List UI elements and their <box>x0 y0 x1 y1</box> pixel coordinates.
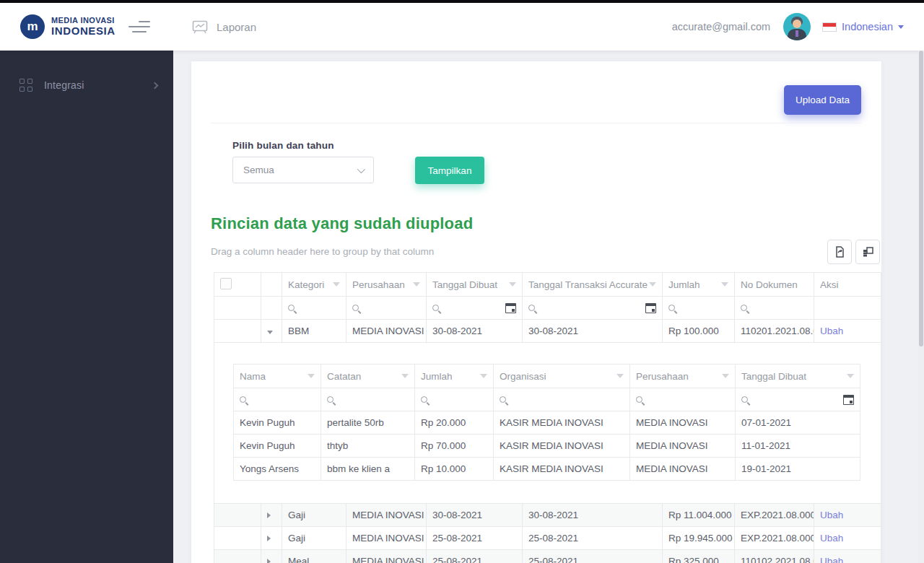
detail-table-row[interactable]: Kevin Puguh thtyb Rp 70.000 KASIR MEDIA … <box>234 435 860 458</box>
filter-kategori[interactable] <box>282 297 346 320</box>
language-selector[interactable]: Indonesian <box>842 21 893 32</box>
detail-header-row: Nama Catatan Jumlah Organisasi Perusahaa… <box>234 365 860 388</box>
search-icon[interactable] <box>421 396 427 403</box>
filter-tanggal-dibuat[interactable] <box>736 388 860 411</box>
col-jumlah[interactable]: Jumlah <box>415 365 494 388</box>
sidebar-item-integrasi[interactable]: Integrasi <box>0 69 173 101</box>
brand-line2: INDONESIA <box>51 25 116 37</box>
search-icon[interactable] <box>636 396 642 403</box>
col-jumlah[interactable]: Jumlah <box>663 273 735 297</box>
header-filter-icon[interactable] <box>649 282 656 287</box>
main-content: Upload Data Pilih bulan dan tahun Semua … <box>173 51 924 563</box>
col-nama[interactable]: Nama <box>234 365 321 388</box>
expand-icon[interactable] <box>267 559 271 563</box>
filter-jumlah[interactable] <box>663 297 735 320</box>
search-icon[interactable] <box>240 396 246 403</box>
expand-row-cell[interactable] <box>261 527 282 550</box>
col-tanggal-dibuat[interactable]: Tanggal Dibuat <box>427 273 523 297</box>
select-all-checkbox[interactable] <box>220 278 232 289</box>
grid-icon <box>19 79 32 92</box>
expand-icon[interactable] <box>267 536 271 541</box>
header-filter-icon[interactable] <box>509 282 516 287</box>
expand-row-cell[interactable] <box>261 550 282 563</box>
detail-table-row[interactable]: Kevin Puguh pertalite 50rb Rp 20.000 KAS… <box>234 411 860 435</box>
calendar-icon[interactable] <box>843 395 854 405</box>
expand-row-cell[interactable] <box>261 504 282 527</box>
header-right: accurate@gmail.com Indonesian <box>672 13 924 40</box>
col-perusahaan[interactable]: Perusahaan <box>630 365 736 388</box>
detail-row: Nama Catatan Jumlah Organisasi Perusahaa… <box>214 343 881 504</box>
search-icon[interactable] <box>741 305 747 311</box>
header-filter-icon[interactable] <box>722 374 729 378</box>
user-avatar[interactable] <box>783 13 811 40</box>
select-all-cell[interactable] <box>214 273 261 297</box>
expand-icon[interactable] <box>267 512 271 518</box>
row-select-cell[interactable] <box>214 504 261 527</box>
calendar-icon[interactable] <box>645 303 656 313</box>
ubah-link[interactable]: Ubah <box>820 326 843 336</box>
calendar-icon[interactable] <box>505 303 516 313</box>
search-icon[interactable] <box>668 305 675 311</box>
search-icon[interactable] <box>528 305 535 311</box>
col-organisasi[interactable]: Organisasi <box>494 365 630 388</box>
header-filter-icon[interactable] <box>847 374 854 378</box>
table-row[interactable]: BBM MEDIA INOVASI 30-08-2021 30-08-2021 … <box>214 320 881 343</box>
filter-tanggal-dibuat[interactable] <box>427 297 523 320</box>
header-filter-icon[interactable] <box>308 374 315 378</box>
filter-perusahaan[interactable] <box>346 297 427 320</box>
col-tanggal-dibuat[interactable]: Tanggal Dibuat <box>736 365 860 388</box>
export-icon <box>833 245 846 258</box>
search-icon[interactable] <box>327 396 334 403</box>
page-scrollbar-thumb[interactable] <box>919 51 923 346</box>
search-icon[interactable] <box>432 305 439 311</box>
table-row[interactable]: Meal MEDIA INOVASI 25-08-2021 25-08-2021… <box>214 550 881 563</box>
ubah-link[interactable]: Ubah <box>820 556 843 563</box>
col-no-dokumen[interactable]: No Dokumen <box>735 273 814 297</box>
chevron-down-icon[interactable] <box>898 25 904 29</box>
table-row[interactable]: Gaji MEDIA INOVASI 25-08-2021 25-08-2021… <box>214 527 881 550</box>
upload-data-button[interactable]: Upload Data <box>784 85 861 115</box>
table-row[interactable]: Gaji MEDIA INOVASI 30-08-2021 30-08-2021… <box>214 504 881 527</box>
collapse-icon[interactable] <box>267 331 273 334</box>
header-filter-icon[interactable] <box>401 374 409 378</box>
filter-jumlah[interactable] <box>415 388 494 411</box>
tampilkan-button[interactable]: Tampilkan <box>415 157 484 184</box>
filter-aksi <box>814 297 881 320</box>
month-select[interactable]: Semua <box>232 157 374 183</box>
brand: m MEDIA INOVASI INDONESIA <box>0 3 173 51</box>
column-chooser-button[interactable] <box>855 240 880 264</box>
col-tanggal-transaksi[interactable]: Tanggal Transaksi Accurate <box>523 273 663 297</box>
col-kategori[interactable]: Kategori <box>282 273 346 297</box>
brand-name: MEDIA INOVASI INDONESIA <box>51 17 116 36</box>
breadcrumb: Laporan <box>192 20 256 34</box>
search-icon[interactable] <box>288 305 295 311</box>
page-scrollbar[interactable] <box>918 51 924 563</box>
row-select-cell[interactable] <box>214 550 261 563</box>
col-catatan[interactable]: Catatan <box>321 365 415 388</box>
col-perusahaan[interactable]: Perusahaan <box>346 273 427 297</box>
ubah-link[interactable]: Ubah <box>820 533 843 544</box>
filter-row <box>214 297 881 320</box>
search-icon[interactable] <box>352 305 359 311</box>
header-filter-icon[interactable] <box>413 282 420 287</box>
collapse-row-cell[interactable] <box>261 320 282 343</box>
month-select-value: Semua <box>243 165 274 175</box>
filter-nama[interactable] <box>234 388 321 411</box>
header-filter-icon[interactable] <box>721 282 728 287</box>
search-icon[interactable] <box>741 396 748 403</box>
row-select-cell[interactable] <box>214 320 261 343</box>
row-select-cell[interactable] <box>214 527 261 550</box>
ubah-link[interactable]: Ubah <box>820 510 843 520</box>
filter-no-dokumen[interactable] <box>735 297 814 320</box>
header-filter-icon[interactable] <box>480 374 487 378</box>
filter-tanggal-transaksi[interactable] <box>523 297 663 320</box>
header-filter-icon[interactable] <box>333 282 340 287</box>
export-button[interactable] <box>827 240 852 264</box>
filter-perusahaan[interactable] <box>630 388 736 411</box>
detail-table-row[interactable]: Yongs Arsens bbm ke klien a Rp 10.000 KA… <box>234 458 860 481</box>
search-icon[interactable] <box>500 396 506 403</box>
filter-catatan[interactable] <box>321 388 415 411</box>
menu-toggle-icon[interactable] <box>128 19 150 34</box>
header-filter-icon[interactable] <box>616 374 624 378</box>
filter-organisasi[interactable] <box>494 388 630 411</box>
